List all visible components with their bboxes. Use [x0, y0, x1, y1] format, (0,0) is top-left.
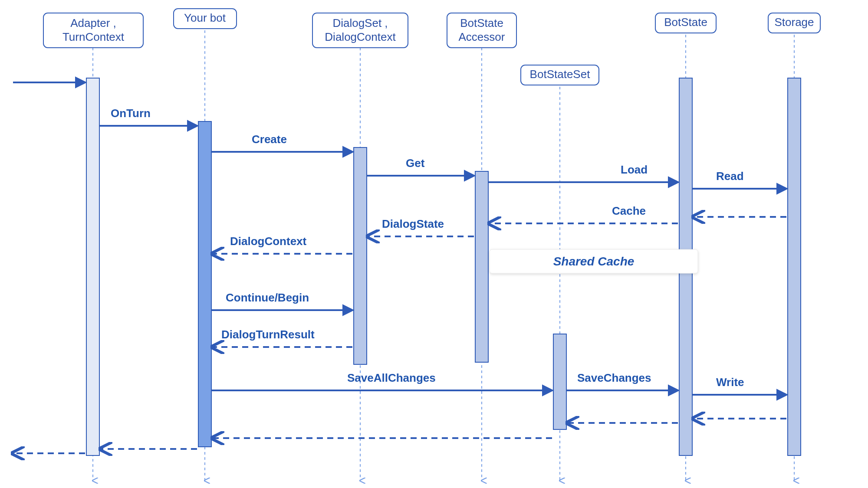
label-cache: Cache [612, 204, 646, 217]
participant-botstate: BotState [655, 13, 716, 33]
svg-text:DialogSet ,: DialogSet , [332, 16, 388, 29]
svg-text:Your bot: Your bot [184, 11, 226, 24]
participant-stateset: BotStateSet [521, 65, 599, 85]
participant-storage: Storage [768, 13, 820, 33]
label-dialogturnresult: DialogTurnResult [221, 328, 315, 341]
label-dialogstate: DialogState [382, 217, 444, 230]
svg-text:BotState: BotState [664, 16, 707, 29]
svg-rect-27 [475, 171, 488, 362]
svg-rect-28 [553, 334, 566, 429]
label-write: Write [716, 376, 744, 389]
svg-rect-25 [198, 121, 211, 447]
label-saveallchanges: SaveAllChanges [347, 371, 436, 384]
participants: Adapter , TurnContext Your bot DialogSet… [43, 9, 820, 85]
svg-rect-26 [354, 147, 367, 364]
participant-accessor: BotState Accessor [447, 13, 516, 48]
participant-adapter: Adapter , TurnContext [43, 13, 143, 48]
participant-dialog: DialogSet , DialogContext [312, 13, 408, 48]
svg-text:Adapter ,: Adapter , [70, 16, 116, 29]
svg-rect-24 [86, 78, 99, 455]
svg-text:Accessor: Accessor [459, 30, 505, 43]
label-get: Get [406, 157, 425, 170]
svg-rect-30 [788, 78, 801, 455]
label-read: Read [716, 170, 744, 183]
label-onturn: OnTurn [111, 107, 151, 120]
sequence-diagram: Adapter , TurnContext Your bot DialogSet… [0, 0, 868, 488]
label-continuebegin: Continue/Begin [226, 291, 309, 304]
svg-text:Shared Cache: Shared Cache [553, 255, 635, 268]
svg-text:BotState: BotState [460, 16, 503, 29]
svg-text:TurnContext: TurnContext [62, 30, 125, 43]
svg-text:DialogContext: DialogContext [325, 30, 396, 43]
label-savechanges: SaveChanges [577, 371, 651, 384]
label-create: Create [252, 133, 287, 146]
svg-text:BotStateSet: BotStateSet [530, 68, 591, 81]
shared-cache: Shared Cache [490, 249, 698, 273]
label-load: Load [621, 163, 648, 176]
participant-yourbot: Your bot [174, 9, 237, 29]
label-dialogcontext: DialogContext [230, 235, 307, 248]
svg-text:Storage: Storage [774, 16, 814, 29]
